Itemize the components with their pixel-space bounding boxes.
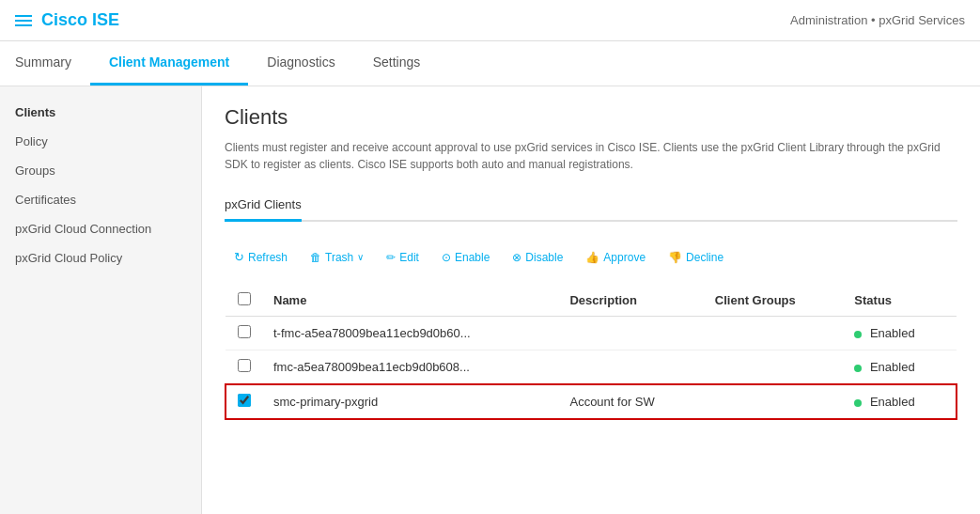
sub-tabs: pxGrid Clients (225, 188, 957, 222)
sub-tab-pxgrid-clients[interactable]: pxGrid Clients (225, 190, 302, 222)
decline-label: Decline (686, 251, 723, 264)
sidebar-item-certificates[interactable]: Certificates (0, 185, 201, 214)
approve-button[interactable]: 👍 Approve (576, 247, 655, 268)
table-row-selected[interactable]: smc-primary-pxgrid Account for SW Enable… (226, 384, 957, 419)
row3-status: Enabled (843, 384, 957, 419)
trash-chevron-icon: ∨ (357, 252, 364, 262)
table-row[interactable]: fmc-a5ea78009bea11ecb9d0b608... Enabled (226, 350, 957, 385)
decline-icon: 👎 (668, 251, 682, 264)
approve-icon: 👍 (585, 251, 599, 264)
col-header-client-groups: Client Groups (704, 285, 843, 317)
sidebar-item-pxgrid-cloud-policy[interactable]: pxGrid Cloud Policy (0, 243, 201, 273)
disable-icon: ⊗ (512, 251, 521, 264)
main-content: Clients Clients must register and receiv… (202, 86, 980, 514)
col-header-checkbox (226, 285, 262, 317)
row1-client-groups (704, 317, 843, 350)
row1-name: t-fmc-a5ea78009bea11ecb9d0b60... (262, 317, 558, 350)
sidebar-item-groups[interactable]: Groups (0, 156, 201, 185)
tab-settings[interactable]: Settings (354, 41, 440, 86)
row1-status-dot (854, 331, 862, 338)
row1-status-label: Enabled (870, 326, 915, 340)
sidebar-item-clients[interactable]: Clients (0, 98, 201, 127)
row1-checkbox[interactable] (238, 325, 251, 338)
app-logo: Cisco ISE (41, 10, 119, 30)
page-description: Clients must register and receive accoun… (225, 139, 957, 173)
row3-client-groups (704, 384, 843, 419)
toolbar: ↻ Refresh 🗑 Trash ∨ ✏ Edit ⊙ Enable ⊗ Di… (225, 241, 957, 273)
trash-button[interactable]: 🗑 Trash ∨ (301, 247, 373, 268)
header-left: Cisco ISE (15, 10, 119, 30)
row2-status-label: Enabled (870, 360, 915, 374)
approve-label: Approve (603, 251, 646, 264)
edit-icon: ✏ (386, 251, 396, 264)
trash-icon: 🗑 (310, 251, 321, 264)
table-row[interactable]: t-fmc-a5ea78009bea11ecb9d0b60... Enabled (226, 317, 957, 350)
header: Cisco ISE Administration • pxGrid Servic… (0, 0, 980, 41)
disable-label: Disable (525, 251, 563, 264)
sidebar: Clients Policy Groups Certificates pxGri… (0, 86, 202, 514)
hamburger-icon[interactable] (15, 15, 32, 26)
enable-label: Enable (455, 251, 490, 264)
tab-client-management[interactable]: Client Management (90, 41, 248, 86)
row2-status-dot (854, 365, 862, 372)
select-all-checkbox[interactable] (238, 292, 251, 305)
refresh-icon: ↻ (234, 250, 244, 264)
row2-client-groups (704, 350, 843, 385)
col-header-status: Status (843, 285, 957, 317)
top-nav: Summary Client Management Diagnostics Se… (0, 41, 980, 86)
edit-label: Edit (399, 251, 419, 264)
logo-text: Cisco ISE (41, 10, 119, 29)
row2-description (558, 350, 703, 385)
row3-name: smc-primary-pxgrid (262, 384, 558, 419)
row2-name: fmc-a5ea78009bea11ecb9d0b608... (262, 350, 558, 385)
tab-diagnostics[interactable]: Diagnostics (248, 41, 353, 86)
page-title: Clients (225, 105, 957, 130)
row3-checkbox-cell (226, 384, 262, 419)
enable-icon: ⊙ (442, 251, 451, 264)
edit-button[interactable]: ✏ Edit (377, 247, 428, 268)
sidebar-item-pxgrid-cloud-connection[interactable]: pxGrid Cloud Connection (0, 214, 201, 243)
row2-checkbox-cell (226, 350, 262, 385)
row2-checkbox[interactable] (238, 359, 251, 372)
layout: Clients Policy Groups Certificates pxGri… (0, 86, 980, 514)
breadcrumb: Administration • pxGrid Services (790, 13, 965, 27)
enable-button[interactable]: ⊙ Enable (432, 247, 499, 268)
trash-label: Trash (325, 251, 353, 264)
sidebar-item-policy[interactable]: Policy (0, 127, 201, 156)
row3-status-label: Enabled (870, 395, 915, 409)
col-header-description: Description (558, 285, 703, 317)
row1-status: Enabled (843, 317, 957, 350)
refresh-label: Refresh (248, 251, 288, 264)
refresh-button[interactable]: ↻ Refresh (225, 246, 297, 268)
row3-status-dot (854, 399, 862, 407)
row2-status: Enabled (843, 350, 957, 385)
row1-description (558, 317, 703, 350)
col-header-name: Name (262, 285, 558, 317)
clients-table: Name Description Client Groups Status t-… (225, 285, 957, 420)
row3-description: Account for SW (558, 384, 703, 419)
disable-button[interactable]: ⊗ Disable (503, 247, 572, 268)
table-header-row: Name Description Client Groups Status (226, 285, 957, 317)
tab-summary[interactable]: Summary (0, 41, 90, 86)
row1-checkbox-cell (226, 317, 262, 350)
row3-checkbox[interactable] (238, 394, 251, 407)
decline-button[interactable]: 👎 Decline (659, 247, 733, 268)
